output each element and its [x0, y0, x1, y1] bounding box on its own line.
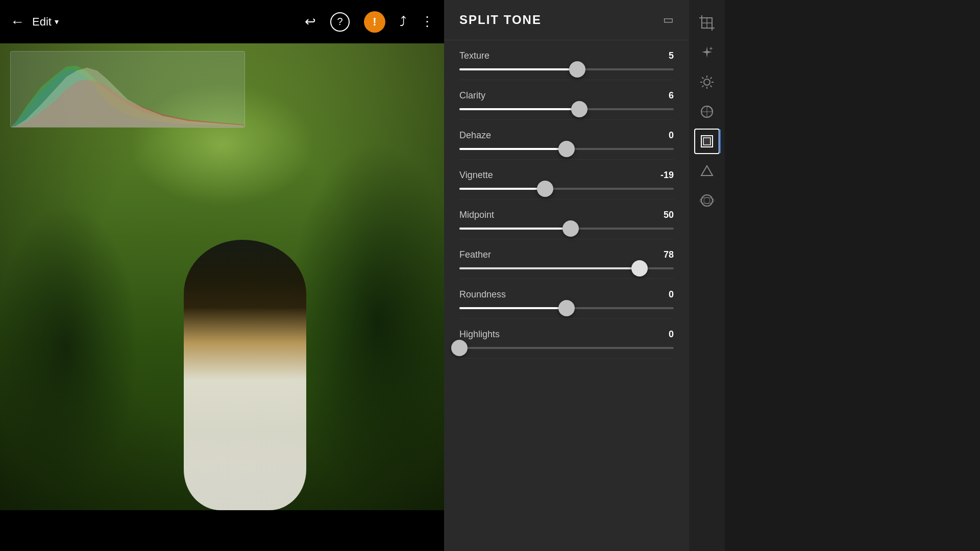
ai-tool-button[interactable] [694, 40, 720, 65]
svg-line-13 [710, 86, 712, 87]
chevron-down-icon: ▾ [55, 17, 59, 27]
roundness-value: 0 [669, 289, 674, 300]
roundness-label-row: Roundness 0 [459, 289, 674, 300]
roundness-fill [459, 307, 567, 309]
right-panel: SPLIT TONE ▭ Texture 5 Clarity 6 [444, 0, 980, 551]
color-tool-button[interactable] [694, 99, 720, 124]
texture-label-row: Texture 5 [459, 51, 674, 61]
clarity-fill [459, 108, 579, 110]
highlights-track[interactable] [459, 347, 674, 349]
midpoint-label: Midpoint [459, 210, 494, 220]
bottom-bar [0, 510, 444, 551]
highlights-label-row: Highlights 0 [459, 329, 674, 340]
feather-thumb[interactable] [631, 260, 648, 277]
clarity-thumb[interactable] [571, 101, 587, 117]
color-icon [700, 105, 714, 119]
sun-icon [700, 75, 714, 89]
dehaze-row: Dehaze 0 [459, 120, 674, 160]
edit-dropdown[interactable]: Edit ▾ [32, 15, 59, 29]
midpoint-thumb[interactable] [562, 220, 579, 237]
back-button[interactable]: ← [10, 14, 24, 30]
crop-icon [699, 15, 715, 31]
vignette-value: -19 [660, 170, 674, 181]
controls-header: SPLIT TONE ▭ [444, 0, 689, 40]
roundness-track[interactable] [459, 307, 674, 309]
feather-fill [459, 267, 640, 269]
midpoint-track[interactable] [459, 228, 674, 230]
svg-point-7 [704, 79, 710, 85]
histogram-chart [11, 52, 244, 127]
dehaze-track[interactable] [459, 148, 674, 150]
highlights-value: 0 [669, 329, 674, 340]
crop-tool-button[interactable] [694, 10, 720, 36]
midpoint-label-row: Midpoint 50 [459, 210, 674, 220]
roundness-thumb[interactable] [558, 300, 575, 316]
svg-rect-20 [703, 138, 710, 145]
highlights-thumb[interactable] [451, 340, 468, 356]
dehaze-label: Dehaze [459, 130, 491, 141]
triangle-icon [700, 164, 714, 178]
vignette-fill [459, 188, 545, 190]
feather-value: 78 [664, 249, 674, 260]
top-bar: ← Edit ▾ ↩ ? ! ⤴ ⋮ [0, 0, 444, 43]
effects-icon [700, 135, 714, 148]
undo-button[interactable]: ↩ [305, 14, 316, 30]
panel-collapse-button[interactable]: ▭ [663, 13, 674, 27]
svg-point-21 [701, 195, 713, 206]
clarity-row: Clarity 6 [459, 80, 674, 120]
texture-row: Texture 5 [459, 40, 674, 80]
clarity-track[interactable] [459, 108, 674, 110]
svg-line-12 [702, 78, 704, 79]
roundness-row: Roundness 0 [459, 279, 674, 319]
svg-point-23 [700, 197, 714, 204]
texture-value: 5 [669, 51, 674, 61]
texture-thumb[interactable] [569, 61, 585, 78]
sliders-section: Texture 5 Clarity 6 [444, 40, 689, 359]
ai-icon [700, 45, 714, 60]
more-menu-button[interactable]: ⋮ [421, 14, 434, 30]
svg-line-14 [710, 78, 712, 79]
texture-label: Texture [459, 51, 489, 61]
vignette-label-row: Vignette -19 [459, 170, 674, 181]
midpoint-row: Midpoint 50 [459, 199, 674, 239]
clarity-label-row: Clarity 6 [459, 90, 674, 101]
lens-icon [700, 193, 714, 208]
person-figure [184, 240, 306, 510]
vignette-row: Vignette -19 [459, 160, 674, 199]
svg-line-15 [702, 86, 704, 87]
vignette-label: Vignette [459, 170, 493, 181]
highlights-label: Highlights [459, 329, 500, 340]
feather-label-row: Feather 78 [459, 249, 674, 260]
controls-panel: SPLIT TONE ▭ Texture 5 Clarity 6 [444, 0, 689, 551]
roundness-label: Roundness [459, 289, 506, 300]
active-indicator [719, 130, 721, 153]
dehaze-fill [459, 148, 567, 150]
sidebar-icons [689, 0, 725, 551]
top-bar-icons: ↩ ? ! ⤴ ⋮ [305, 11, 434, 33]
texture-track[interactable] [459, 68, 674, 70]
dehaze-thumb[interactable] [558, 141, 575, 157]
feather-track[interactable] [459, 267, 674, 269]
highlights-row: Highlights 0 [459, 319, 674, 359]
svg-point-22 [704, 197, 710, 204]
vignette-track[interactable] [459, 188, 674, 190]
photo-area: ← Edit ▾ ↩ ? ! ⤴ ⋮ [0, 0, 444, 551]
panel-title: SPLIT TONE [459, 13, 663, 27]
help-button[interactable]: ? [330, 12, 350, 32]
feather-label: Feather [459, 249, 491, 260]
feather-row: Feather 78 [459, 239, 674, 279]
effects-tool-button[interactable] [694, 129, 720, 154]
midpoint-value: 50 [664, 210, 674, 220]
midpoint-fill [459, 228, 571, 230]
dehaze-value: 0 [669, 130, 674, 141]
light-tool-button[interactable] [694, 69, 720, 95]
vignette-thumb[interactable] [537, 181, 553, 197]
detail-tool-button[interactable] [694, 158, 720, 184]
histogram [10, 51, 245, 128]
dehaze-label-row: Dehaze 0 [459, 130, 674, 141]
lens-tool-button[interactable] [694, 188, 720, 213]
share-button[interactable]: ⤴ [400, 14, 406, 30]
texture-fill [459, 68, 577, 70]
warning-button[interactable]: ! [364, 11, 385, 33]
clarity-value: 6 [669, 90, 674, 101]
